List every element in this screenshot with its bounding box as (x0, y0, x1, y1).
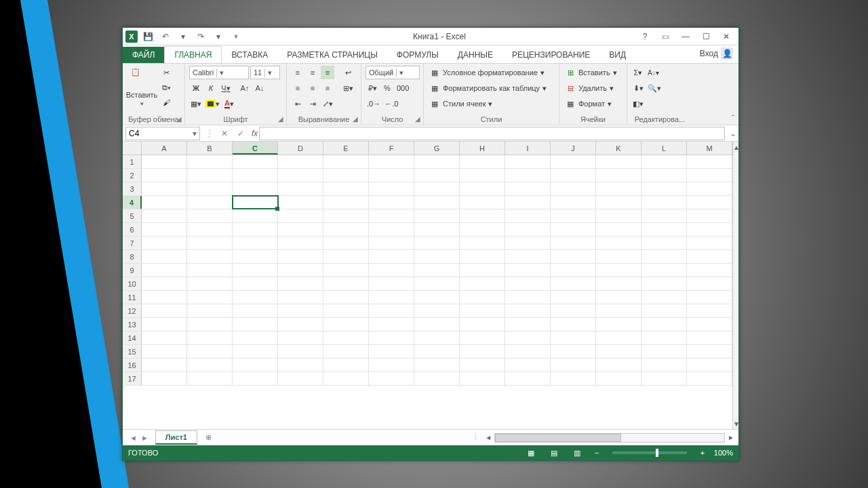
cell-J1[interactable] (551, 155, 596, 168)
cell-K8[interactable] (596, 250, 642, 263)
cell-E15[interactable] (323, 345, 369, 358)
cell-K15[interactable] (596, 345, 642, 358)
minimize-button[interactable]: — (676, 29, 695, 44)
cell-D2[interactable] (278, 169, 323, 182)
cell-A10[interactable] (142, 277, 187, 290)
cell-G12[interactable] (414, 304, 460, 317)
cell-B10[interactable] (187, 277, 233, 290)
cell-D11[interactable] (278, 291, 323, 304)
merge-center-button[interactable]: ⊞▾ (341, 81, 355, 95)
find-select-button[interactable]: 🔍▾ (646, 81, 663, 95)
cell-F8[interactable] (369, 250, 414, 263)
cell-M6[interactable] (687, 223, 732, 236)
horizontal-scrollbar[interactable] (494, 433, 725, 443)
cell-I17[interactable] (505, 372, 551, 385)
cell-I7[interactable] (505, 237, 551, 249)
align-top-button[interactable]: ≡ (291, 66, 304, 79)
cell-I9[interactable] (505, 264, 551, 277)
cell-F6[interactable] (369, 223, 414, 236)
column-header-F[interactable]: F (369, 142, 414, 155)
cell-H2[interactable] (460, 169, 505, 182)
cell-C16[interactable] (233, 359, 278, 371)
column-header-E[interactable]: E (323, 142, 369, 155)
grid-rows[interactable]: 1234567891011121314151617 (123, 155, 732, 429)
cell-D14[interactable] (278, 331, 323, 344)
vertical-scrollbar[interactable]: ▲ ▼ (732, 142, 738, 429)
cell-E14[interactable] (323, 331, 369, 344)
cell-C14[interactable] (233, 331, 278, 344)
cell-G17[interactable] (414, 372, 460, 385)
format-cells-button[interactable]: ▦Формат ▾ (564, 97, 613, 110)
cell-K6[interactable] (596, 223, 642, 236)
cell-B4[interactable] (187, 196, 233, 209)
cell-G4[interactable] (414, 196, 460, 209)
bold-button[interactable]: Ж (189, 81, 203, 95)
cell-I2[interactable] (505, 169, 551, 182)
cell-L10[interactable] (642, 277, 687, 290)
cell-G14[interactable] (414, 331, 460, 344)
cell-C6[interactable] (233, 223, 278, 236)
cell-H6[interactable] (460, 223, 505, 236)
cell-M11[interactable] (687, 291, 732, 304)
comma-style-button[interactable]: 000 (395, 81, 410, 95)
cell-L11[interactable] (642, 291, 687, 304)
cell-D13[interactable] (278, 318, 323, 331)
cell-K13[interactable] (596, 318, 642, 331)
currency-button[interactable]: ₽▾ (366, 81, 379, 95)
cell-E12[interactable] (323, 304, 369, 317)
cell-G6[interactable] (414, 223, 460, 236)
tab-data[interactable]: ДАННЫЕ (448, 47, 502, 63)
column-header-I[interactable]: I (505, 142, 551, 155)
cell-G9[interactable] (414, 264, 460, 277)
row-header-4[interactable]: 4 (123, 196, 142, 209)
hscroll-left-button[interactable]: ◄ (485, 432, 492, 443)
name-box[interactable]: C4 ▾ (125, 127, 200, 140)
cell-D12[interactable] (278, 304, 323, 317)
cell-C2[interactable] (233, 169, 278, 182)
cell-A5[interactable] (142, 209, 187, 222)
cell-J12[interactable] (551, 304, 596, 317)
formula-bar[interactable] (259, 127, 725, 140)
cell-H13[interactable] (460, 318, 505, 331)
cell-L16[interactable] (642, 359, 687, 371)
cell-A8[interactable] (142, 250, 187, 263)
cell-C1[interactable] (233, 155, 278, 168)
redo-dropdown[interactable]: ▾ (211, 29, 226, 44)
cell-H4[interactable] (460, 196, 505, 209)
cell-H17[interactable] (460, 372, 505, 385)
column-header-A[interactable]: A (142, 142, 187, 155)
cell-H3[interactable] (460, 182, 505, 195)
cell-J15[interactable] (551, 345, 596, 358)
decrease-decimal-button[interactable]: ←.0 (383, 97, 399, 110)
cell-G11[interactable] (414, 291, 460, 304)
cell-K17[interactable] (596, 372, 642, 385)
cell-A3[interactable] (142, 182, 187, 195)
tab-formulas[interactable]: ФОРМУЛЫ (387, 47, 448, 63)
cell-D9[interactable] (278, 264, 323, 277)
row-header-12[interactable]: 12 (123, 304, 142, 317)
cell-I11[interactable] (505, 291, 551, 304)
align-center-button[interactable]: ≡ (306, 81, 319, 95)
cell-F7[interactable] (369, 237, 414, 249)
cell-J16[interactable] (551, 359, 596, 371)
ribbon-display-button[interactable]: ▭ (656, 29, 675, 44)
column-header-B[interactable]: B (187, 142, 233, 155)
clear-button[interactable]: ◧▾ (631, 97, 645, 110)
align-right-button[interactable]: ≡ (321, 81, 334, 95)
cell-M16[interactable] (687, 359, 732, 371)
clipboard-dialog-launcher[interactable]: ◢ (175, 115, 183, 123)
cell-I16[interactable] (505, 359, 551, 371)
font-size-combo[interactable]: 11▾ (250, 66, 280, 79)
cell-L5[interactable] (642, 209, 687, 222)
fill-color-button[interactable]: ⯀▾ (204, 97, 221, 110)
undo-button[interactable]: ↶ (158, 29, 173, 44)
qat-customize[interactable]: ▼ (229, 29, 243, 44)
cell-K12[interactable] (596, 304, 642, 317)
cell-F16[interactable] (369, 359, 414, 371)
cell-L3[interactable] (642, 182, 687, 195)
close-button[interactable]: ✕ (717, 29, 736, 44)
cell-C8[interactable] (233, 250, 278, 263)
cell-K3[interactable] (596, 182, 642, 195)
cell-M15[interactable] (687, 345, 732, 358)
paste-button[interactable]: 📋 Вставить ▾ (127, 66, 157, 109)
